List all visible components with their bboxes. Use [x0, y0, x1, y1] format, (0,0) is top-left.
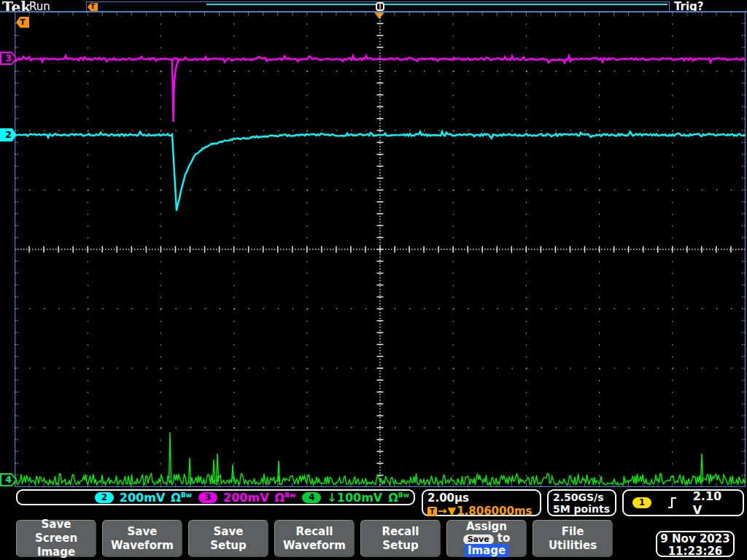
ch3-scale: 200mV	[223, 491, 268, 505]
ch4-impedance-bw-icon: ΩBw	[388, 491, 409, 505]
trigger-level-value: 2.10 V	[693, 489, 734, 517]
trigger-readout: 1 2.10 V	[622, 489, 744, 516]
ch4-scale: ↓100mV	[327, 491, 382, 505]
delay-arrow-icon: →	[438, 505, 447, 518]
ch3-readout: 3 200mV ΩBw	[198, 491, 295, 505]
sample-rate: 2.50GS/s	[553, 491, 611, 503]
save-screen-image-button[interactable]: SaveScreen Image	[16, 520, 96, 557]
delay-marker-icon: ▼	[448, 505, 457, 518]
record-length: 5M points	[553, 503, 611, 515]
save-waveform-button[interactable]: SaveWaveform	[102, 520, 182, 557]
timebase-delay: T→▼1.806000ms	[427, 505, 535, 518]
recall-setup-button[interactable]: RecallSetup	[360, 520, 441, 557]
timebase-readout: 2.00µs T→▼1.806000ms	[422, 489, 541, 516]
file-utilities-button[interactable]: FileUtilities	[533, 520, 613, 557]
channel-readouts: 2 200mV ΩBw 3 200mV ΩBw 4 ↓100mV ΩBw	[16, 489, 415, 505]
ch4-badge: 4	[302, 492, 321, 503]
ch2-readout: 2 200mV ΩBw	[95, 491, 192, 505]
recall-waveform-button[interactable]: RecallWaveform	[274, 520, 355, 557]
assign-save-to-image-button[interactable]: Assign Save to Image	[446, 520, 527, 557]
oscilloscope-screen: Tek Run Trig? T T 3 2 4 2 200mV ΩBw 3 20…	[0, 0, 747, 560]
ch3-impedance-bw-icon: ΩBw	[275, 491, 296, 505]
save-setup-button[interactable]: SaveSetup	[188, 520, 268, 557]
ch4-readout: 4 ↓100mV ΩBw	[302, 491, 409, 505]
delay-trigger-icon: T	[427, 507, 437, 516]
timebase-scale: 2.00µs	[427, 491, 535, 505]
channel-3-marker[interactable]: 3	[0, 52, 17, 65]
delay-value: 1.806000ms	[457, 505, 532, 518]
channel-2-marker[interactable]: 2	[0, 128, 17, 141]
time: 11:23:26	[657, 545, 733, 558]
date-time-display: 9 Nov 2023 11:23:26	[656, 531, 735, 557]
channel-4-marker[interactable]: 4	[0, 473, 17, 486]
edge-slope-icon	[667, 497, 677, 509]
ch3-badge: 3	[198, 492, 217, 503]
assign-target-selected: Image	[465, 544, 508, 557]
acquisition-readout: 2.50GS/s 5M points	[547, 489, 616, 516]
date: 9 Nov 2023	[657, 533, 733, 545]
ch2-badge: 2	[95, 492, 114, 503]
expand-point-icon	[376, 2, 384, 11]
ch2-impedance-bw-icon: ΩBw	[171, 491, 192, 505]
record-view-bar[interactable]: T	[86, 1, 670, 12]
record-trigger-flag-icon[interactable]: T	[88, 3, 98, 11]
save-key-icon: Save	[463, 534, 494, 545]
graticule-waveform-area	[15, 12, 746, 487]
ch2-scale: 200mV	[120, 491, 165, 505]
record-waveform-indicator	[206, 4, 667, 5]
trigger-source-badge: 1	[632, 497, 651, 508]
